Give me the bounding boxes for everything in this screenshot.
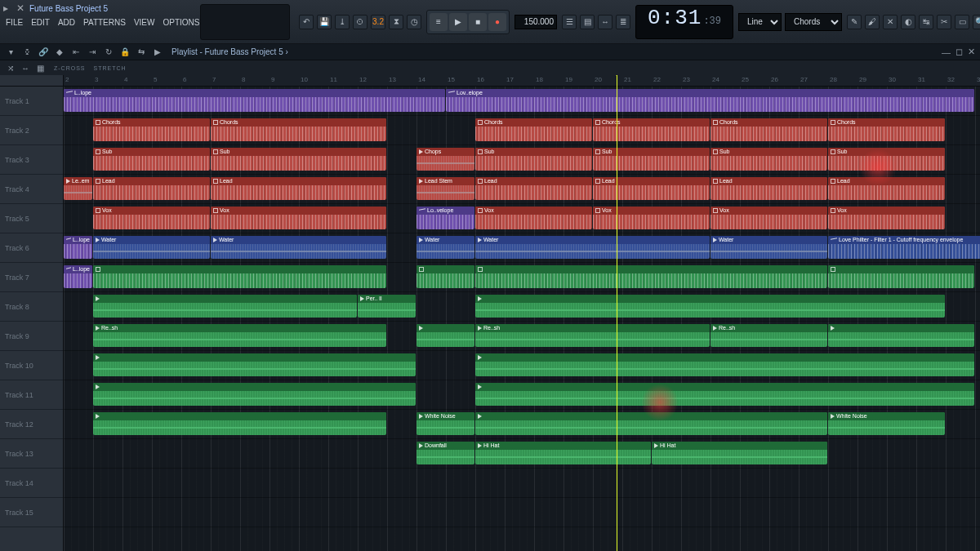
pattern-song-toggle[interactable]: ≡ bbox=[430, 13, 448, 31]
tool-slip-icon[interactable]: ↹ bbox=[919, 15, 933, 29]
track-row[interactable]: DownfallHi HatHi Hat bbox=[64, 439, 980, 469]
close-window-icon[interactable]: ✕ bbox=[968, 47, 975, 57]
tool-mute-icon[interactable]: ◐ bbox=[901, 15, 915, 29]
app-menu-icon[interactable]: ▸ bbox=[3, 3, 13, 13]
time-display[interactable]: 0:31 :39 bbox=[635, 5, 733, 39]
clip[interactable]: Sub bbox=[211, 148, 386, 171]
view-piano-roll-icon[interactable]: ▤ bbox=[580, 15, 595, 29]
track-row[interactable]: Le..emLeadLeadLead StemLeadLeadLeadLead bbox=[64, 175, 980, 204]
playlist-play-icon[interactable]: ▶ bbox=[152, 47, 163, 58]
track-row[interactable]: ChordsChordsChordsChordsChordsChords bbox=[64, 116, 980, 145]
view-mixer-icon[interactable]: ↔ bbox=[598, 15, 612, 29]
track-row[interactable]: L..lope bbox=[64, 263, 980, 292]
menu-file[interactable]: FILE bbox=[2, 16, 27, 31]
track-header[interactable]: Track 10 bbox=[0, 351, 63, 380]
clip[interactable]: Lead bbox=[710, 177, 827, 200]
clip[interactable]: Water bbox=[416, 236, 474, 259]
tool-slice-icon[interactable]: ✂ bbox=[937, 15, 951, 29]
link-icon[interactable]: 🔗 bbox=[38, 47, 49, 58]
menu-patterns[interactable]: PATTERNS bbox=[79, 16, 130, 31]
track-row[interactable]: Per.. ll bbox=[64, 292, 980, 322]
clip[interactable] bbox=[93, 412, 386, 435]
clip[interactable] bbox=[93, 383, 416, 406]
track-header[interactable]: Track 13 bbox=[0, 439, 63, 469]
track-header[interactable]: Track 5 bbox=[0, 204, 63, 233]
maximize-icon[interactable]: ◻ bbox=[956, 47, 963, 57]
clip[interactable]: Lead bbox=[475, 177, 592, 200]
clip[interactable]: Re..sh bbox=[475, 324, 710, 347]
add-marker-icon[interactable]: ◆ bbox=[54, 47, 65, 58]
clip[interactable] bbox=[828, 324, 974, 347]
track-header[interactable]: Track 12 bbox=[0, 410, 63, 439]
clip[interactable] bbox=[93, 353, 416, 376]
clip[interactable]: Love Philter - Filter 1 - Cutoff frequen… bbox=[828, 236, 980, 259]
snap-select[interactable]: Line bbox=[738, 13, 782, 31]
tool-select-icon[interactable]: ▭ bbox=[955, 15, 969, 29]
track-header[interactable]: Track 3 bbox=[0, 145, 63, 175]
clip[interactable]: White Noise bbox=[416, 412, 474, 435]
track-header[interactable]: Track 2 bbox=[0, 116, 63, 145]
minimize-icon[interactable]: — bbox=[942, 47, 951, 57]
clip[interactable]: Sub bbox=[828, 148, 945, 171]
clip[interactable]: Re..sh bbox=[710, 324, 827, 347]
step-fwd-icon[interactable]: ⇥ bbox=[87, 47, 98, 58]
render-icon[interactable]: ⤓ bbox=[335, 15, 350, 29]
tool-delete-icon[interactable]: ✕ bbox=[883, 15, 898, 29]
clip[interactable] bbox=[828, 265, 974, 288]
clip[interactable]: Lo..velope bbox=[416, 207, 474, 229]
playlist-menu-icon[interactable]: ▾ bbox=[5, 47, 16, 58]
clip[interactable]: Chords bbox=[710, 118, 827, 141]
clip[interactable]: Chords bbox=[211, 118, 386, 141]
clip[interactable]: Sub bbox=[710, 148, 827, 171]
tool-zoom-icon[interactable]: 🔍 bbox=[973, 15, 980, 29]
clip[interactable] bbox=[416, 265, 474, 288]
clip[interactable]: Lead Stem bbox=[416, 177, 474, 200]
view-playlist-icon[interactable]: ☰ bbox=[562, 15, 577, 29]
menu-add[interactable]: ADD bbox=[54, 16, 79, 31]
clip[interactable] bbox=[93, 295, 357, 318]
clip[interactable]: Re..sh bbox=[93, 324, 386, 347]
clip[interactable]: Water bbox=[710, 236, 827, 259]
loop-icon[interactable]: ↻ bbox=[103, 47, 114, 58]
bar-ruler[interactable]: 2345678910111213141516171819202122232425… bbox=[64, 75, 980, 87]
track-header[interactable]: Track 6 bbox=[0, 233, 63, 263]
clip[interactable] bbox=[475, 265, 827, 288]
clip[interactable]: Water bbox=[211, 236, 386, 259]
clip[interactable] bbox=[475, 295, 945, 318]
clip[interactable]: Lead bbox=[828, 177, 945, 200]
clip[interactable]: Per.. ll bbox=[358, 295, 416, 318]
track-header[interactable]: Track 15 bbox=[0, 498, 63, 527]
clip[interactable]: Lead bbox=[211, 177, 386, 200]
clip[interactable]: Vox bbox=[828, 207, 945, 229]
clip[interactable]: Vox bbox=[93, 207, 210, 229]
track-row[interactable]: L..lopeWaterWaterWaterWaterWaterLove Phi… bbox=[64, 233, 980, 263]
grid-icon[interactable]: ▦ bbox=[34, 62, 46, 73]
clip[interactable]: Chops bbox=[416, 148, 474, 171]
magnet-snap-icon[interactable]: ⧲ bbox=[21, 47, 33, 58]
clip[interactable]: Lead bbox=[93, 177, 210, 200]
menu-view[interactable]: VIEW bbox=[130, 16, 159, 31]
track-row[interactable] bbox=[64, 469, 980, 498]
save-icon[interactable]: 💾 bbox=[317, 15, 332, 29]
clip[interactable]: Sub bbox=[593, 148, 710, 171]
tool-draw-icon[interactable]: ✎ bbox=[847, 15, 862, 29]
track-row[interactable] bbox=[64, 498, 980, 527]
clip[interactable]: Vox bbox=[475, 207, 592, 229]
scroll-icon[interactable]: ⇆ bbox=[136, 47, 147, 58]
tool-paint-icon[interactable]: 🖌 bbox=[865, 15, 880, 29]
clip[interactable]: Chords bbox=[593, 118, 710, 141]
countdown-icon[interactable]: ◷ bbox=[407, 15, 421, 29]
stretch-icon[interactable]: ↔ bbox=[20, 62, 31, 73]
lock-icon[interactable]: 🔒 bbox=[119, 47, 131, 58]
menu-edit[interactable]: EDIT bbox=[27, 16, 54, 31]
track-header[interactable]: Track 1 bbox=[0, 87, 63, 116]
track-row[interactable]: Re..shRe..shRe..sh bbox=[64, 322, 980, 351]
clip[interactable]: Vox bbox=[211, 207, 386, 229]
clip[interactable]: Water bbox=[475, 236, 710, 259]
track-row[interactable]: White NoiseWhite Noise bbox=[64, 410, 980, 439]
track-header[interactable]: Track 11 bbox=[0, 380, 63, 410]
clip[interactable] bbox=[475, 383, 974, 406]
track-header[interactable]: Track 7 bbox=[0, 263, 63, 292]
track-row[interactable]: VoxVoxLo..velopeVoxVoxVoxVox bbox=[64, 204, 980, 233]
undo-icon[interactable]: ↶ bbox=[299, 15, 314, 29]
